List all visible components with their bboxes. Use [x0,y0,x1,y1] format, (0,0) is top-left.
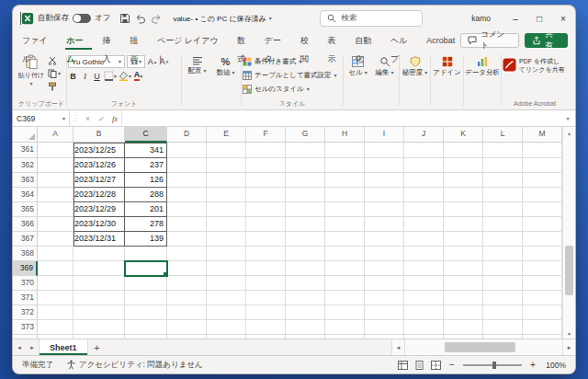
cell-J373[interactable] [404,320,444,335]
zoom-slider[interactable] [463,364,522,366]
cell-J366[interactable] [404,217,444,232]
cell-E364[interactable] [207,188,246,202]
cell-J369[interactable] [404,261,444,276]
cell-J370[interactable] [404,276,444,291]
share-button[interactable]: 共有 [525,33,568,48]
cell-C366[interactable]: 278 [125,217,167,232]
next-sheet-button[interactable]: ▸ [26,339,39,355]
cell-K365[interactable] [444,202,483,217]
scroll-down-button[interactable]: ▾ [563,327,575,339]
cell-K372[interactable] [444,305,483,320]
cell-J362[interactable] [404,158,444,173]
underline-button[interactable]: U [92,70,102,82]
cell-J363[interactable] [404,173,444,188]
ribbon-tab-file[interactable]: ファイル [17,31,61,50]
copy-button[interactable]: ▾ [48,68,61,79]
cell-H371[interactable] [325,291,365,305]
cell-L365[interactable] [483,202,523,217]
cell-M361[interactable] [523,143,562,158]
cell-M365[interactable] [523,202,562,217]
vertical-scroll-track[interactable] [563,138,575,327]
column-header-E[interactable]: E [207,127,246,143]
column-header-K[interactable]: K [444,127,483,143]
cell-A362[interactable] [38,158,74,173]
column-header-H[interactable]: H [325,127,365,143]
zoom-level[interactable]: 100% [544,361,566,370]
cell-K364[interactable] [444,188,483,202]
cell-C369[interactable] [125,261,167,276]
scroll-left-button[interactable]: ◂ [391,339,404,355]
horizontal-scroll-track[interactable] [404,339,562,355]
cell-L368[interactable] [483,247,523,261]
cell-F371[interactable] [246,291,286,305]
cell-M364[interactable] [523,188,562,202]
ribbon-tab-review[interactable]: 校閲 [295,31,322,50]
cell-I365[interactable] [365,202,404,217]
cell-M369[interactable] [523,261,562,276]
increase-font-size-button[interactable]: A▴ [147,56,157,68]
ribbon-tab-help[interactable]: ヘルプ [385,31,421,50]
cell-A366[interactable] [38,217,74,232]
alignment-group-button[interactable]: 配置 ▾ [183,52,211,109]
cell-D367[interactable] [167,232,207,247]
cell-C365[interactable]: 201 [125,202,167,217]
cell-H365[interactable] [325,202,365,217]
cell-K370[interactable] [444,276,483,291]
cell-B370[interactable] [74,276,125,291]
column-header-J[interactable]: J [404,127,444,143]
page-layout-view-button[interactable] [414,361,424,370]
cell-G372[interactable] [286,305,325,320]
cell-B366[interactable]: 2023/12/30 [74,217,125,232]
cell-H369[interactable] [325,261,365,276]
name-box[interactable]: C369 ▾ [13,110,70,126]
cell-B369[interactable] [74,261,125,276]
horizontal-scrollbar[interactable]: ◂ ▸ [391,339,575,355]
cell-A361[interactable] [38,143,74,158]
cell-I372[interactable] [365,305,404,320]
cell-I364[interactable] [365,188,404,202]
cell-F365[interactable] [246,202,286,217]
cell-E370[interactable] [207,276,246,291]
column-header-C[interactable]: C [125,127,167,143]
cell-I363[interactable] [365,173,404,188]
zoom-out-button[interactable]: − [447,360,457,370]
comments-button[interactable]: コメント [460,33,519,48]
cell-M372[interactable] [523,305,562,320]
cell-D363[interactable] [167,173,207,188]
cell-F367[interactable] [246,232,286,247]
cell-I362[interactable] [365,158,404,173]
cell-G369[interactable] [286,261,325,276]
bold-button[interactable]: B [68,70,78,82]
cell-L366[interactable] [483,217,523,232]
cell-B371[interactable] [74,291,125,305]
column-header-D[interactable]: D [167,127,207,143]
cell-M370[interactable] [523,276,562,291]
ribbon-tab-view[interactable]: 表示 [322,31,350,50]
cell-F369[interactable] [246,261,286,276]
add-ins-button[interactable]: アドイン [432,52,462,109]
cell-styles-button[interactable]: セルのスタイル▾ [243,83,342,96]
analyze-data-button[interactable]: データ分析 [465,52,500,109]
cell-H368[interactable] [325,247,365,261]
number-group-button[interactable]: % 数値 ▾ [211,52,240,109]
cell-J368[interactable] [404,247,444,261]
cell-M367[interactable] [523,232,562,247]
cell-J372[interactable] [404,305,444,320]
cell-F364[interactable] [246,188,286,202]
row-header-373[interactable]: 373 [13,320,38,335]
row-header-369[interactable]: 369 [13,261,38,276]
cell-H367[interactable] [325,232,365,247]
scroll-right-button[interactable]: ▸ [562,339,575,355]
cell-I367[interactable] [365,232,404,247]
row-header-367[interactable]: 367 [13,232,38,247]
format-as-table-button[interactable]: テーブルとして書式設定▾ [243,69,342,82]
font-name-select[interactable]: Yu Gothic▾ [68,55,125,68]
zoom-in-button[interactable]: + [528,360,537,370]
ribbon-tab-formulas[interactable]: 数式 [232,31,259,50]
cell-H361[interactable] [325,143,365,158]
cell-K367[interactable] [444,232,483,247]
column-header-G[interactable]: G [286,127,325,143]
cancel-button[interactable]: × [81,110,95,126]
cell-M363[interactable] [523,173,562,188]
cell-D370[interactable] [167,276,207,291]
